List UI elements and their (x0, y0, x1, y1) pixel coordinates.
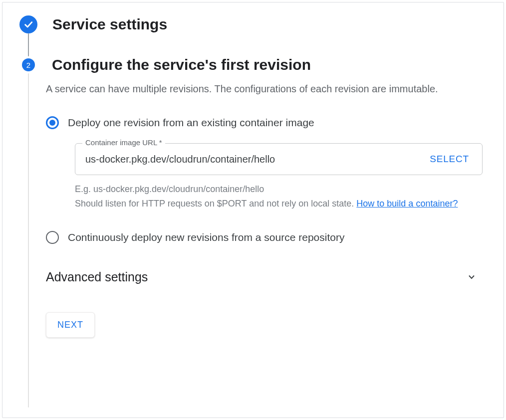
step-1-header[interactable]: Service settings (19, 15, 487, 33)
step-2-title: Configure the service's first revision (52, 56, 311, 73)
radio-unchecked-icon (46, 231, 59, 244)
advanced-settings-toggle[interactable]: Advanced settings (46, 270, 483, 284)
radio-continuous-deploy[interactable]: Continuously deploy new revisions from a… (46, 231, 483, 244)
container-image-url-hint: E.g. us-docker.pkg.dev/cloudrun/containe… (75, 182, 483, 211)
step-connector-line (28, 33, 29, 56)
step-1-title: Service settings (52, 16, 167, 33)
container-image-url-field[interactable]: Container image URL * SELECT (75, 143, 483, 175)
hint-body: Should listen for HTTP requests on $PORT… (75, 199, 356, 209)
container-image-url-label: Container image URL * (82, 138, 165, 147)
radio-checked-icon (46, 116, 59, 129)
advanced-settings-title: Advanced settings (46, 270, 148, 284)
select-button[interactable]: SELECT (423, 150, 476, 169)
step-2-vertical-line (28, 73, 29, 408)
step-2-header: 2 Configure the service's first revision (19, 56, 487, 73)
step-2-description: A service can have multiple revisions. T… (46, 81, 480, 96)
container-image-url-input[interactable] (84, 144, 423, 175)
radio-continuous-deploy-label: Continuously deploy new revisions from a… (68, 231, 344, 243)
radio-existing-image[interactable]: Deploy one revision from an existing con… (46, 116, 483, 129)
chevron-down-icon (467, 272, 477, 282)
step-2-number-icon: 2 (22, 58, 35, 71)
check-icon (19, 15, 37, 33)
how-to-build-container-link[interactable]: How to build a container? (356, 199, 458, 209)
hint-example: E.g. us-docker.pkg.dev/cloudrun/containe… (75, 184, 264, 194)
next-button[interactable]: NEXT (46, 312, 95, 338)
radio-existing-image-label: Deploy one revision from an existing con… (68, 117, 314, 129)
